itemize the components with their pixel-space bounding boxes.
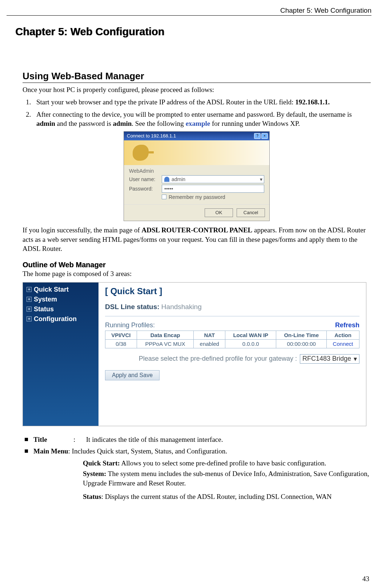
login-dialog: Connect to 192.168.1.1 ? × WebAdmin User… [124, 131, 270, 221]
expand-icon: + [27, 287, 32, 292]
dsl-label: DSL Line status: [105, 303, 161, 311]
sidebar-label-3: Configuration [34, 315, 77, 323]
section-intro: Once your host PC is properly configured… [23, 86, 371, 94]
sidebar-item-configuration[interactable]: +Configuration [23, 314, 98, 324]
td-local-wan-ip: 0.0.0.0 [225, 339, 276, 348]
profile-select[interactable]: RFC1483 Bridge [300, 354, 359, 364]
username-value: admin [172, 176, 185, 182]
refresh-link[interactable]: Refresh [335, 321, 359, 329]
login-title: Connect to 192.168.1.1 [127, 133, 176, 139]
step-1: Start your web browser and type the priv… [33, 97, 371, 107]
status-text: : Displays the current status of the ADS… [101, 493, 332, 500]
sidebar-item-quick-start[interactable]: +Quick Start [23, 285, 98, 295]
title-text: It indicates the title of this managemen… [86, 436, 223, 443]
post-login-b: ADSL ROUTER-CONTROL PANEL [142, 226, 253, 234]
profiles-table: VPI/VCI Data Encap NAT Local WAN IP On-L… [105, 331, 359, 348]
connect-link[interactable]: Connect [333, 341, 353, 347]
sidebar-label-0: Quick Start [34, 286, 69, 293]
th-local-wan-ip: Local WAN IP [225, 331, 276, 339]
profile-select-value: RFC1483 Bridge [302, 355, 351, 363]
step1-ip: 192.168.1.1. [295, 98, 330, 106]
router-sidebar: +Quick Start +System +Status +Configurat… [23, 283, 98, 426]
keys-icon [133, 145, 149, 161]
router-ui-screenshot: +Quick Start +System +Status +Configurat… [23, 282, 366, 426]
table-header-row: VPI/VCI Data Encap NAT Local WAN IP On-L… [105, 331, 359, 339]
expand-icon: + [27, 316, 32, 321]
td-data-encap: PPPoA VC MUX [137, 339, 194, 348]
step2-text-e: . See the following [132, 120, 185, 127]
main-menu-label: Main Menu [33, 447, 68, 456]
chapter-title: Chapter 5: Web Configuration [15, 26, 371, 38]
sidebar-item-system[interactable]: +System [23, 295, 98, 304]
login-realm: WebAdmin [129, 168, 264, 174]
password-label: Password: [129, 186, 162, 192]
running-profiles-label: Running Profiles: [105, 321, 155, 329]
step2-text-c: and the password is [55, 120, 113, 127]
system-text: The system menu includes the sub-menus o… [83, 470, 369, 487]
post-login-paragraph: If you login successfully, the main page… [23, 225, 371, 253]
expand-icon: + [27, 307, 32, 312]
sidebar-item-status[interactable]: +Status [23, 304, 98, 314]
password-input[interactable]: ••••• [162, 185, 264, 193]
table-row: 0/38 PPPoA VC MUX enabled 0.0.0.0 00:00:… [105, 339, 359, 348]
titlebar-close-button[interactable]: × [261, 133, 268, 139]
post-login-a: If you login successfully, the main page… [23, 226, 142, 234]
quick-start-label: Quick Start: [83, 459, 120, 467]
example-link[interactable]: example [186, 120, 210, 127]
outline-intro: The home page is composed of 3 areas: [23, 270, 371, 278]
td-vpivci: 0/38 [105, 339, 137, 348]
step-2: After connecting to the device, you will… [33, 110, 371, 128]
td-action: Connect [327, 339, 359, 348]
username-label: User name: [129, 176, 162, 182]
remember-checkbox[interactable] [162, 195, 166, 199]
sidebar-label-1: System [34, 296, 57, 303]
profile-select-label: Please select the pre-defined profile fo… [139, 355, 297, 363]
td-nat: enabled [194, 339, 225, 348]
th-data-encap: Data Encap [137, 331, 194, 339]
quick-start-text: Allows you to select some pre-defined pr… [120, 459, 326, 467]
expand-icon: + [27, 297, 32, 302]
step2-text-a: After connecting to the device, you will… [36, 111, 352, 118]
desc-main-menu: Main Menu: Includes Quick start, System,… [23, 447, 371, 501]
panel-title: [ Quick Start ] [105, 286, 359, 296]
status-label: Status [83, 493, 101, 500]
th-action: Action [327, 331, 359, 339]
password-value: ••••• [164, 186, 173, 192]
username-input[interactable]: admin [162, 175, 264, 183]
apply-save-button[interactable]: Apply and Save [105, 370, 160, 380]
title-label: Title [33, 436, 47, 443]
login-titlebar: Connect to 192.168.1.1 ? × [124, 132, 269, 140]
section-title: Using Web-Based Manager [23, 71, 371, 83]
td-online-time: 00:00:00:00 [276, 339, 327, 348]
title-colon: : [73, 436, 75, 443]
th-online-time: On-Line Time [276, 331, 327, 339]
login-banner [124, 140, 269, 165]
step1-text: Start your web browser and type the priv… [36, 98, 295, 106]
desc-title: Title: It indicates the title of this ma… [23, 435, 371, 445]
step2-admin2: admin [113, 120, 132, 127]
running-header: Chapter 5: Web Configuration [7, 7, 371, 16]
outline-heading: Outline of Web Manager [23, 261, 371, 269]
th-nat: NAT [194, 331, 225, 339]
cancel-button[interactable]: Cancel [237, 208, 265, 217]
step2-text-g: for running under Windows XP. [210, 120, 300, 127]
page-number: 43 [362, 575, 369, 583]
sidebar-label-2: Status [34, 305, 54, 313]
user-icon [164, 177, 169, 182]
main-menu-text: : Includes Quick start, System, Status, … [68, 447, 227, 455]
titlebar-help-button[interactable]: ? [254, 133, 261, 139]
router-main-panel: [ Quick Start ] DSL Line status: Handsha… [98, 283, 366, 426]
system-label: System: [83, 470, 106, 477]
step2-admin1: admin [36, 120, 55, 127]
ok-button[interactable]: OK [205, 208, 233, 217]
dsl-value: Handshaking [161, 303, 202, 311]
remember-label: Remember my password [169, 194, 225, 200]
th-vpivci: VPI/VCI [105, 331, 137, 339]
